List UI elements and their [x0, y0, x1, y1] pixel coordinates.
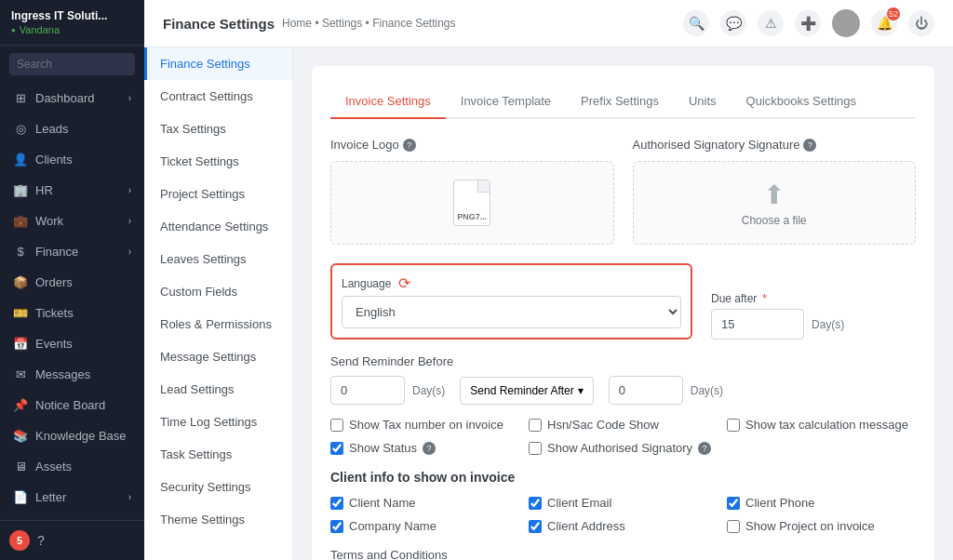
show-project-checkbox[interactable] — [727, 520, 740, 533]
checkbox-hsn-sac[interactable]: Hsn/Sac Code Show — [529, 418, 718, 432]
sidebar-item-messages[interactable]: ✉ Messages — [0, 359, 144, 390]
settings-item-finance[interactable]: Finance Settings — [144, 47, 292, 80]
due-after-label: Due after — [711, 292, 757, 305]
settings-item-attendance[interactable]: Attendance Settings — [144, 210, 292, 243]
checkbox-show-tax-calc[interactable]: Show tax calculation message — [727, 418, 916, 432]
show-status-help-icon[interactable]: ? — [423, 442, 436, 455]
client-name-label: Client Name — [349, 496, 416, 510]
work-icon: 💼 — [13, 214, 28, 228]
sidebar-item-events[interactable]: 📅 Events — [0, 328, 144, 359]
sidebar-item-knowledgebase[interactable]: 📚 Knowledge Base — [0, 420, 144, 451]
power-icon[interactable]: ⏻ — [908, 10, 934, 36]
settings-item-roles[interactable]: Roles & Permissions — [144, 308, 292, 340]
content-card: Invoice Settings Invoice Template Prefix… — [312, 66, 934, 560]
invoice-logo-upload[interactable]: PNG7... — [330, 161, 614, 245]
checkbox-show-project[interactable]: Show Project on invoice — [727, 519, 916, 533]
chat-icon[interactable]: 💬 — [720, 10, 746, 36]
tab-quickbooks[interactable]: Quickbooks Settings — [732, 85, 872, 119]
sidebar-item-hr[interactable]: 🏢 HR › — [0, 175, 144, 206]
checkbox-client-name[interactable]: Client Name — [330, 496, 519, 510]
company-name-checkbox[interactable] — [330, 520, 343, 533]
terms-label: Terms and Conditions — [330, 548, 916, 560]
show-tax-number-checkbox[interactable] — [330, 419, 343, 432]
hr-icon: 🏢 — [13, 183, 28, 197]
settings-item-contract[interactable]: Contract Settings — [144, 80, 292, 113]
client-name-checkbox[interactable] — [330, 497, 343, 510]
reminder-before-input[interactable] — [330, 376, 405, 405]
language-select[interactable]: English — [342, 296, 681, 328]
search-icon[interactable]: 🔍 — [683, 10, 709, 36]
chevron-right-icon: › — [128, 247, 131, 257]
checkbox-show-tax-number[interactable]: Show Tax number on invoice — [330, 418, 519, 432]
notifications-icon[interactable]: 🔔 52 — [871, 10, 897, 36]
settings-item-leaves[interactable]: Leaves Settings — [144, 243, 292, 275]
checkbox-client-address[interactable]: Client Address — [529, 519, 718, 533]
settings-item-task[interactable]: Task Settings — [144, 438, 292, 471]
noticeboard-icon: 📌 — [13, 398, 28, 412]
client-address-label: Client Address — [547, 519, 625, 533]
show-tax-calc-checkbox[interactable] — [727, 419, 740, 432]
client-address-checkbox[interactable] — [529, 520, 542, 533]
messages-icon: ✉ — [13, 367, 28, 381]
sidebar-item-clients[interactable]: 👤 Clients — [0, 144, 144, 175]
reminder-section: Send Reminder Before Day(s) Send Reminde… — [330, 354, 916, 405]
sidebar-item-label: Finance — [35, 245, 78, 259]
checkbox-company-name[interactable]: Company Name — [330, 519, 519, 533]
signature-upload-box[interactable]: ⬆ Choose a file — [633, 161, 917, 245]
sidebar-item-finance[interactable]: $ Finance › — [0, 236, 144, 267]
sidebar-item-assets[interactable]: 🖥 Assets — [0, 451, 144, 482]
show-authorised-checkbox[interactable] — [529, 442, 542, 455]
tab-units[interactable]: Units — [674, 85, 732, 119]
sidebar-item-dashboard[interactable]: ⊞ Dashboard › — [0, 83, 144, 113]
sidebar-item-payroll[interactable]: 💰 Payroll › — [0, 513, 144, 520]
sidebar-item-leads[interactable]: ◎ Leads — [0, 113, 144, 144]
settings-item-custom-fields[interactable]: Custom Fields — [144, 275, 292, 308]
settings-item-theme[interactable]: Theme Settings — [144, 503, 292, 536]
settings-item-tax[interactable]: Tax Settings — [144, 113, 292, 145]
authorised-signature-section: Authorised Signatory Signature ? ⬆ Choos… — [633, 138, 917, 245]
settings-item-ticket[interactable]: Ticket Settings — [144, 145, 292, 178]
client-info-grid: Client Name Client Email Client Phone Co… — [330, 496, 916, 533]
tab-invoice-settings[interactable]: Invoice Settings — [330, 85, 446, 119]
avatar[interactable] — [832, 9, 860, 37]
show-authorised-help-icon[interactable]: ? — [698, 442, 711, 455]
sidebar-item-noticeboard[interactable]: 📌 Notice Board — [0, 390, 144, 420]
tab-invoice-template[interactable]: Invoice Template — [446, 85, 566, 119]
checkbox-show-status[interactable]: Show Status ? — [330, 441, 519, 455]
search-input[interactable] — [9, 53, 135, 75]
settings-item-timelog[interactable]: Time Log Settings — [144, 406, 292, 438]
sidebar-item-work[interactable]: 💼 Work › — [0, 206, 144, 236]
events-icon: 📅 — [13, 337, 28, 351]
add-icon[interactable]: ➕ — [795, 10, 821, 36]
show-tax-calc-label: Show tax calculation message — [745, 418, 908, 432]
invoice-logo-help-icon[interactable]: ? — [403, 139, 416, 152]
sidebar-nav: ⊞ Dashboard › ◎ Leads 👤 Clients 🏢 HR › — [0, 83, 144, 520]
sidebar-badge: 5 — [9, 530, 30, 551]
checkbox-client-phone[interactable]: Client Phone — [727, 496, 916, 510]
tab-prefix-settings[interactable]: Prefix Settings — [566, 85, 674, 119]
settings-item-security[interactable]: Security Settings — [144, 471, 292, 503]
settings-item-lead[interactable]: Lead Settings — [144, 373, 292, 406]
show-status-checkbox[interactable] — [330, 442, 343, 455]
settings-item-message[interactable]: Message Settings — [144, 340, 292, 373]
sidebar-item-tickets[interactable]: 🎫 Tickets — [0, 298, 144, 328]
sidebar-item-letter[interactable]: 📄 Letter › — [0, 482, 144, 513]
hsn-sac-checkbox[interactable] — [529, 419, 542, 432]
sidebar-item-label: Events — [35, 337, 73, 351]
sidebar-item-label: Notice Board — [35, 398, 105, 412]
checkbox-client-email[interactable]: Client Email — [529, 496, 718, 510]
tabs: Invoice Settings Invoice Template Prefix… — [330, 85, 916, 119]
alert-icon[interactable]: ⚠ — [758, 10, 784, 36]
checkbox-show-authorised[interactable]: Show Authorised Signatory ? — [529, 441, 718, 455]
client-email-checkbox[interactable] — [529, 497, 542, 510]
send-reminder-after-button[interactable]: Send Reminder After ▾ — [460, 377, 593, 405]
due-after-input[interactable] — [711, 309, 804, 340]
reminder-after-input[interactable] — [609, 376, 683, 405]
client-phone-checkbox[interactable] — [727, 497, 740, 510]
settings-item-project[interactable]: Project Settings — [144, 178, 292, 210]
sidebar-item-label: Dashboard — [35, 91, 95, 105]
sidebar-item-orders[interactable]: 📦 Orders — [0, 267, 144, 298]
app-name: Ingress IT Soluti... — [11, 9, 133, 22]
language-label: Language ⟳ — [342, 274, 681, 292]
authorised-signature-help-icon[interactable]: ? — [803, 139, 816, 152]
